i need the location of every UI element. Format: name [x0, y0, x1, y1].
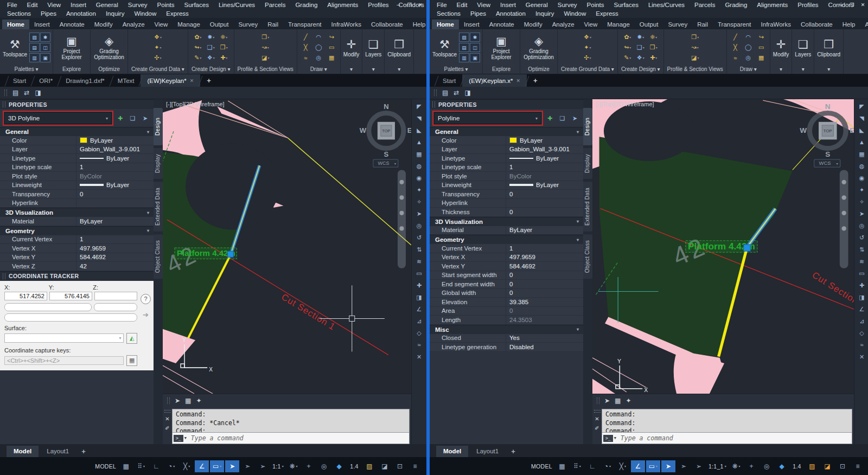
prop-value[interactable]: ByLayer — [76, 154, 154, 163]
grid-surface-icon[interactable]: ▦ — [413, 149, 425, 159]
menu-item-inquiry[interactable]: Inquiry — [531, 9, 559, 18]
prop-row-length[interactable]: Length24.3503 — [430, 316, 583, 325]
annotation-tools-icon[interactable]: ❋▾ — [286, 460, 301, 472]
menu-item-pipes[interactable]: Pipes — [36, 9, 61, 18]
annotation-tools-icon[interactable]: ❋▾ — [729, 460, 743, 472]
panel-caption-explore[interactable]: Explore — [53, 66, 90, 74]
ribbon-tab-survey[interactable]: Survey — [233, 20, 263, 29]
annotation-monitor-icon[interactable]: ▦ — [615, 397, 621, 405]
prop-row-lineweight[interactable]: LineweightByLayer — [0, 181, 154, 190]
annotation-monitor-icon[interactable]: ▦ — [185, 397, 191, 405]
wcs-dropdown[interactable]: WCS ▾ — [814, 159, 840, 167]
prop-value[interactable]: 0 — [76, 190, 154, 198]
prop-row-vertex-y[interactable]: Vertex Y584.4692 — [430, 262, 583, 271]
toggle-pickadd-icon[interactable]: ✚ — [115, 114, 125, 123]
ribbon-tab-transparent[interactable]: Transparent — [283, 20, 327, 29]
draw-tool-icon-2[interactable]: ▭ — [756, 43, 767, 52]
grid-surface-icon[interactable]: ▦ — [856, 149, 867, 159]
ribbon-tab-annotate[interactable]: Annotate — [55, 20, 90, 29]
triangle-surface-icon[interactable]: ◣ — [856, 125, 867, 136]
file-tab-start[interactable]: Start — [436, 74, 462, 87]
3d-object-snap-icon[interactable]: ➣ — [240, 460, 254, 472]
ortho-mode-icon[interactable]: ∟ — [585, 460, 599, 472]
erase-icon[interactable]: ✕ — [413, 351, 425, 362]
prop-value[interactable]: ByLayer — [506, 181, 583, 190]
create-design-tool-icon-0[interactable]: ↬▾ — [192, 43, 203, 52]
prop-value[interactable]: 0 — [506, 190, 583, 198]
drawing-viewport[interactable]: [-][Top][2D Wireframe] — [163, 99, 411, 394]
annotation-scale-label[interactable]: 1:1▾ — [271, 460, 285, 472]
ribbon-tab-modify[interactable]: Modify — [90, 20, 118, 29]
ribbon-tab-insert[interactable]: Insert — [459, 20, 484, 29]
menu-item-file[interactable]: File — [432, 1, 452, 9]
create-design-tool-icon-1[interactable]: ✸▾ — [635, 33, 646, 42]
prop-row-vertex-x[interactable]: Vertex X497.9659 — [430, 253, 583, 262]
prop-row-lineweight[interactable]: LineweightByLayer — [430, 181, 583, 190]
create-design-tool-icon-1[interactable]: ❖▾ — [205, 53, 216, 62]
autodesk-connect-icon[interactable]: ▨ — [805, 460, 819, 472]
send-coordinates-icon[interactable]: ➔ — [143, 311, 149, 319]
view-cube-compass[interactable]: N W E S TOP — [360, 102, 411, 158]
rotate-icon[interactable]: ↺ — [413, 232, 425, 243]
prop-value[interactable]: 497.9659 — [506, 253, 583, 262]
section-header-geometry[interactable]: Geometry▾ — [0, 226, 154, 235]
close-button[interactable]: ✕ — [858, 1, 867, 8]
palette-toggle-icon-0[interactable]: ▧ — [29, 33, 40, 42]
menu-item-edit[interactable]: Edit — [22, 1, 43, 9]
panel-caption-create-design[interactable]: Create Design ▾ — [618, 66, 663, 74]
file-tab-drawing1-dxf[interactable]: Drawing1.dxf* — [59, 74, 111, 87]
prop-value[interactable]: 42 — [76, 262, 154, 271]
draw-tool-icon-1[interactable]: ◯ — [743, 43, 754, 52]
orbit-icon[interactable]: ◍ — [413, 161, 425, 171]
capture-keys-field[interactable]: <Ctrl>+<Shift>+<Z> — [4, 356, 124, 365]
slope-icon[interactable]: ◥ — [856, 113, 867, 124]
create-design-tool-icon-1[interactable]: ❖▾ — [635, 53, 646, 62]
coordinate-tracker-title[interactable]: COORDINATE TRACKER — [0, 271, 154, 281]
menu-item-surfaces[interactable]: Surfaces — [180, 1, 214, 9]
quick-select-icon[interactable]: ➤ — [140, 114, 150, 123]
platform-text-label[interactable]: Platform 4.42m — [177, 248, 235, 258]
create-design-tool-icon-0[interactable]: ✎▾ — [622, 53, 633, 62]
wave-icon[interactable]: ≈ — [413, 339, 425, 350]
triangle-icon[interactable]: ⊿ — [413, 316, 425, 326]
contour-icon[interactable]: ≋ — [413, 256, 425, 267]
command-history[interactable]: Command:Command:Command: — [602, 409, 852, 433]
prop-value[interactable]: Gabion_Wall_3-9.001 — [76, 145, 154, 154]
restore-button[interactable]: ❐ — [847, 1, 857, 8]
graphics-performance-icon[interactable]: ◆ — [332, 460, 346, 472]
palette-toggle-icon-0[interactable]: ▧ — [459, 33, 469, 42]
ribbon-tab-output[interactable]: Output — [205, 20, 234, 29]
select-pointer-icon[interactable]: ➤ — [856, 208, 867, 219]
prop-value[interactable]: 0 — [506, 271, 583, 280]
profile-section-views-tool-icon-0[interactable]: ↝▾ — [690, 43, 701, 52]
layers-button[interactable]: ❏Layers — [365, 38, 381, 57]
restore-button[interactable]: ❐ — [405, 1, 414, 8]
section-header-general[interactable]: General▾ — [0, 127, 154, 136]
panel-caption-profile-section-views[interactable]: Profile & Section Views — [664, 66, 726, 74]
prop-row-global-width[interactable]: Global width0 — [430, 289, 583, 298]
menu-item-alignments[interactable]: Alignments — [752, 1, 793, 9]
draw-tool-icon-2[interactable]: ▭ — [326, 43, 337, 52]
create-design-tool-icon-1[interactable]: ✸▾ — [205, 33, 216, 42]
prop-value[interactable]: Disabled — [506, 343, 583, 351]
prop-row-current-vertex[interactable]: Current Vertex1 — [0, 235, 154, 245]
prop-value[interactable] — [76, 199, 154, 208]
prop-value[interactable]: 1 — [506, 163, 583, 172]
ribbon-tab-help[interactable]: Help — [838, 20, 860, 29]
swap-icon[interactable]: ⇅ — [413, 244, 425, 255]
osnap-target-icon[interactable]: ◎ — [856, 220, 867, 231]
hardware-graphics-icon[interactable]: ◪ — [820, 460, 834, 472]
toggle-pickadd-icon[interactable]: ✚ — [545, 114, 555, 123]
create-design-tool-icon-1[interactable]: ❑▾ — [205, 43, 216, 52]
prop-value[interactable]: ByLayer — [76, 181, 154, 190]
file-tab-ori[interactable]: ORI* — [33, 74, 59, 87]
select-objects-icon[interactable]: ❏ — [127, 114, 138, 123]
ribbon-tab-modify[interactable]: Modify — [519, 20, 547, 29]
create-design-tool-icon-2[interactable]: ✚▾ — [218, 53, 229, 62]
create-ground-data-tool-icon-0[interactable]: ✣▾ — [582, 53, 593, 62]
isolate-objects-icon[interactable]: ◎ — [317, 460, 331, 472]
palette-tab-object-class[interactable]: Object Class — [583, 234, 592, 279]
menu-item-parcels[interactable]: Parcels — [690, 1, 720, 9]
layout-tab-2[interactable]: + — [507, 446, 520, 457]
panel-caption-draw[interactable]: Draw ▾ — [297, 66, 340, 74]
